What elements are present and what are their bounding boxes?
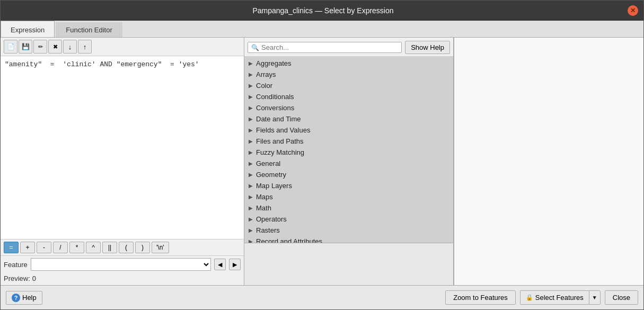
tab-function-editor[interactable]: Function Editor — [56, 22, 122, 37]
edit-icon: ✏ — [38, 43, 43, 50]
tree-item-label: Rasters — [256, 226, 280, 234]
tree-item-color[interactable]: ▶ Color — [244, 80, 453, 91]
title-bar: Pampanga_clinics — Select by Expression … — [1, 1, 643, 21]
close-button[interactable]: ✕ — [628, 5, 638, 16]
tree-item-math[interactable]: ▶ Math — [244, 202, 453, 214]
tab-bar: Expression Function Editor — [1, 21, 643, 38]
select-features-button[interactable]: 🔒 Select Features — [520, 290, 589, 305]
expand-icon: ▶ — [249, 172, 254, 178]
left-panel: 📄 💾 ✏ ✖ ↓ ↑ "amenity" = 'c — [1, 38, 244, 285]
tree-item-label: Conditionals — [256, 93, 294, 101]
expand-icon: ▶ — [249, 161, 254, 166]
tree-item-aggregates[interactable]: ▶ Aggregates — [244, 58, 453, 69]
expand-icon: ▶ — [249, 205, 254, 211]
expand-icon: ▶ — [249, 94, 254, 100]
expand-icon: ▶ — [249, 183, 254, 189]
tree-item-operators[interactable]: ▶ Operators — [244, 214, 453, 225]
tree-item-map-layers[interactable]: ▶ Map Layers — [244, 180, 453, 191]
tree-item-label: Arrays — [256, 70, 276, 78]
expand-icon: ▶ — [249, 127, 254, 133]
tree-item-label: Maps — [256, 193, 273, 201]
prev-feature-button[interactable]: ◀ — [214, 259, 226, 270]
search-input[interactable] — [261, 43, 398, 51]
operator-close-paren[interactable]: ) — [135, 242, 150, 253]
tree-item-label: Fuzzy Matching — [256, 148, 304, 156]
main-content: 📄 💾 ✏ ✖ ↓ ↑ "amenity" = 'c — [1, 38, 643, 285]
bottom-bar: ? Help Zoom to Features 🔒 Select Feature… — [1, 285, 643, 309]
prev-icon: ◀ — [218, 261, 222, 268]
tree-item-record-and-attributes[interactable]: ▶ Record and Attributes — [244, 236, 453, 243]
next-icon: ▶ — [233, 261, 237, 268]
zoom-to-features-button[interactable]: Zoom to Features — [445, 290, 516, 305]
tree-item-label: Geometry — [256, 171, 286, 179]
close-dialog-button[interactable]: Close — [605, 290, 638, 305]
tree-item-fuzzy-matching[interactable]: ▶ Fuzzy Matching — [244, 147, 453, 158]
search-bar: 🔍 Show Help — [244, 38, 453, 57]
tree-item-rasters[interactable]: ▶ Rasters — [244, 225, 453, 236]
operator-minus[interactable]: - — [37, 242, 51, 253]
expand-icon: ▶ — [249, 105, 254, 111]
export-icon: ↑ — [83, 43, 87, 51]
right-panel — [454, 38, 643, 285]
expand-icon: ▶ — [249, 72, 254, 77]
search-icon: 🔍 — [251, 44, 259, 51]
dropdown-arrow-icon: ▼ — [592, 295, 597, 300]
operator-newline[interactable]: '\n' — [152, 242, 169, 253]
dialog-title: Pampanga_clinics — Select by Expression — [19, 6, 628, 15]
tree-item-arrays[interactable]: ▶ Arrays — [244, 69, 453, 80]
feature-select[interactable] — [31, 258, 211, 271]
delete-button[interactable]: ✖ — [48, 40, 62, 54]
expand-icon: ▶ — [249, 238, 254, 243]
select-features-dropdown-button[interactable]: ▼ — [589, 290, 601, 305]
expand-icon: ▶ — [249, 60, 254, 66]
tree-item-conversions[interactable]: ▶ Conversions — [244, 102, 453, 113]
import-button[interactable]: ↓ — [63, 40, 77, 54]
help-button[interactable]: ? Help — [6, 291, 42, 305]
operator-open-paren[interactable]: ( — [119, 242, 134, 253]
operator-caret[interactable]: ^ — [86, 242, 101, 253]
function-tree: ▶ Aggregates ▶ Arrays ▶ Color ▶ Conditio… — [244, 57, 453, 243]
feature-label: Feature — [4, 261, 28, 269]
middle-bottom-panel — [244, 243, 453, 285]
tree-item-label: Map Layers — [256, 182, 292, 190]
operator-plus[interactable]: + — [20, 242, 35, 253]
tree-item-date-and-time[interactable]: ▶ Date and Time — [244, 113, 453, 125]
tree-item-general[interactable]: ▶ General — [244, 158, 453, 169]
tree-item-label: Aggregates — [256, 59, 292, 67]
next-feature-button[interactable]: ▶ — [229, 259, 241, 270]
new-icon: 📄 — [7, 43, 15, 50]
tree-item-fields-and-values[interactable]: ▶ Fields and Values — [244, 125, 453, 136]
search-wrap: 🔍 — [248, 42, 402, 53]
tree-item-label: Fields and Values — [256, 126, 310, 134]
tree-item-label: Conversions — [256, 104, 294, 112]
tree-item-label: Operators — [256, 215, 287, 223]
expression-toolbar: 📄 💾 ✏ ✖ ↓ ↑ — [1, 38, 244, 56]
show-help-button[interactable]: Show Help — [405, 41, 450, 54]
operator-equals[interactable]: = — [4, 242, 19, 253]
preview-value: 0 — [32, 274, 36, 282]
operator-multiply[interactable]: * — [69, 242, 84, 253]
save-button[interactable]: 💾 — [19, 40, 32, 54]
tree-item-maps[interactable]: ▶ Maps — [244, 191, 453, 202]
tab-expression[interactable]: Expression — [1, 21, 55, 37]
operator-divide[interactable]: / — [53, 242, 68, 253]
middle-panel: 🔍 Show Help ▶ Aggregates ▶ Arrays ▶ Colo… — [244, 38, 454, 285]
help-icon: ? — [12, 294, 20, 302]
expand-icon: ▶ — [249, 83, 254, 88]
new-button[interactable]: 📄 — [4, 40, 17, 54]
tree-item-geometry[interactable]: ▶ Geometry — [244, 169, 453, 180]
tree-item-conditionals[interactable]: ▶ Conditionals — [244, 91, 453, 102]
expand-icon: ▶ — [249, 116, 254, 122]
feature-row: Feature ◀ ▶ — [1, 255, 244, 273]
help-label: Help — [22, 294, 37, 302]
tree-item-files-and-paths[interactable]: ▶ Files and Paths — [244, 136, 453, 147]
main-dialog: Pampanga_clinics — Select by Expression … — [0, 0, 644, 310]
operator-concat[interactable]: || — [102, 242, 117, 253]
expression-editor[interactable]: "amenity" = 'clinic' AND "emergency" = '… — [1, 56, 244, 239]
export-button[interactable]: ↑ — [78, 40, 92, 54]
preview-row: Preview: 0 — [1, 273, 244, 285]
import-icon: ↓ — [68, 43, 72, 51]
edit-button[interactable]: ✏ — [33, 40, 47, 54]
expand-icon: ▶ — [249, 138, 254, 144]
lock-icon: 🔒 — [526, 294, 533, 301]
